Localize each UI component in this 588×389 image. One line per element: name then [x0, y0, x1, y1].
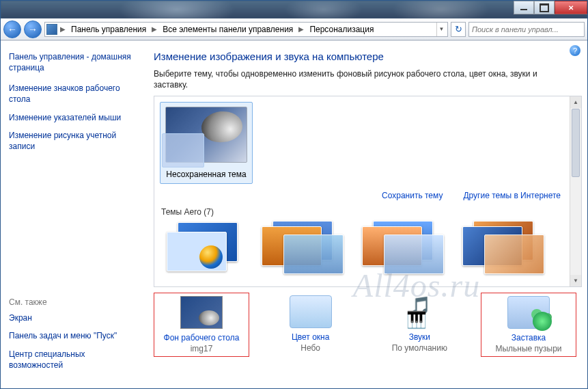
minimize-button[interactable]: [514, 1, 534, 14]
screensaver-button[interactable]: Заставка Мыльные пузыри: [481, 293, 576, 357]
titlebar: [1, 1, 587, 18]
sidebar-link-display[interactable]: Экран: [9, 312, 136, 323]
chevron-right-icon: ▶: [297, 25, 305, 33]
setting-label: Цвет окна: [263, 332, 359, 342]
aero-section-label: Темы Aero (7): [161, 207, 577, 217]
setting-label: Фон рабочего стола: [154, 333, 249, 343]
sounds-button[interactable]: Звуки По умолчанию: [372, 293, 467, 357]
scrollbar[interactable]: ▲ ▼: [570, 96, 581, 286]
aero-theme-item[interactable]: [462, 221, 548, 282]
help-icon[interactable]: ?: [570, 45, 580, 56]
windows-orb-icon: [199, 245, 223, 269]
sidebar-home-link[interactable]: Панель управления - домашняя страница: [9, 52, 136, 73]
aero-theme-item[interactable]: [262, 221, 347, 282]
page-title: Изменение изображения и звука на компьют…: [154, 51, 582, 62]
close-button[interactable]: [555, 1, 587, 14]
sidebar-link-desktop-icons[interactable]: Изменение значков рабочего стола: [9, 83, 136, 105]
scroll-up-button[interactable]: ▲: [570, 96, 581, 108]
window-color-button[interactable]: Цвет окна Небо: [263, 293, 359, 357]
breadcrumb-item[interactable]: Все элементы панели управления: [160, 23, 296, 36]
online-themes-link[interactable]: Другие темы в Интернете: [463, 191, 561, 200]
see-also-label: См. также: [9, 297, 136, 307]
setting-value: img17: [191, 344, 213, 353]
scrollbar-thumb[interactable]: [572, 109, 580, 177]
screensaver-icon: [507, 296, 550, 329]
sidebar: Панель управления - домашняя страница Из…: [1, 41, 144, 388]
sidebar-link-taskbar[interactable]: Панель задач и меню "Пуск": [9, 330, 136, 341]
page-description: Выберите тему, чтобы одновременно измени…: [154, 69, 550, 90]
scroll-down-button[interactable]: ▼: [570, 275, 581, 286]
bottom-settings-row: Фон рабочего стола img17 Цвет окна Небо …: [154, 293, 582, 357]
window-color-icon: [290, 295, 332, 328]
sidebar-link-accessibility[interactable]: Центр специальных возможностей: [9, 349, 136, 371]
aero-theme-item[interactable]: [161, 221, 247, 282]
content: ? Изменение изображения и звука на компь…: [144, 41, 587, 388]
titlebar-art: [1, 1, 587, 18]
window-buttons: [514, 1, 587, 14]
sidebar-link-account-picture[interactable]: Изменение рисунка учетной записи: [9, 130, 136, 152]
sidebar-link-mouse-pointers[interactable]: Изменение указателей мыши: [9, 112, 136, 123]
window: ← → ▶ Панель управления ▶ Все элементы п…: [0, 0, 588, 389]
refresh-button[interactable]: ↻: [451, 22, 466, 37]
wallpaper-icon: [180, 296, 223, 329]
theme-label: Несохраненная тема: [165, 170, 248, 179]
setting-label: Звуки: [372, 332, 467, 342]
theme-links: Сохранить тему Другие темы в Интернете: [160, 184, 577, 204]
aero-themes-row: [160, 221, 577, 282]
theme-thumbnail: [384, 234, 444, 274]
desktop-background-button[interactable]: Фон рабочего стола img17: [154, 293, 249, 357]
theme-thumbnail: [283, 234, 344, 274]
setting-value: По умолчанию: [392, 343, 447, 353]
sounds-icon: [398, 295, 440, 328]
setting-value: Небо: [300, 343, 320, 353]
theme-thumbnail: [484, 234, 544, 274]
breadcrumb-item[interactable]: Персонализация: [307, 23, 376, 36]
chevron-right-icon: ▶: [59, 25, 67, 33]
search-input[interactable]: [468, 22, 585, 37]
breadcrumb-item[interactable]: Панель управления: [68, 23, 149, 36]
back-button[interactable]: ←: [3, 21, 21, 38]
body: Панель управления - домашняя страница Из…: [1, 40, 587, 388]
control-panel-icon: [46, 24, 57, 35]
save-theme-link[interactable]: Сохранить тему: [382, 191, 443, 200]
setting-value: Мыльные пузыри: [495, 344, 561, 353]
setting-label: Заставка: [481, 333, 576, 343]
breadcrumb-dropdown[interactable]: ▼: [436, 23, 446, 36]
theme-item-unsaved[interactable]: Несохраненная тема: [160, 102, 253, 184]
breadcrumb[interactable]: ▶ Панель управления ▶ Все элементы панел…: [44, 22, 448, 37]
chevron-right-icon: ▶: [150, 25, 158, 33]
theme-thumbnail: [165, 107, 247, 163]
forward-button[interactable]: →: [24, 21, 42, 38]
maximize-button[interactable]: [534, 1, 555, 14]
themes-panel: Несохраненная тема Сохранить тему Другие…: [154, 96, 582, 287]
nav-bar: ← → ▶ Панель управления ▶ Все элементы п…: [1, 18, 587, 40]
aero-theme-item[interactable]: [362, 221, 447, 282]
